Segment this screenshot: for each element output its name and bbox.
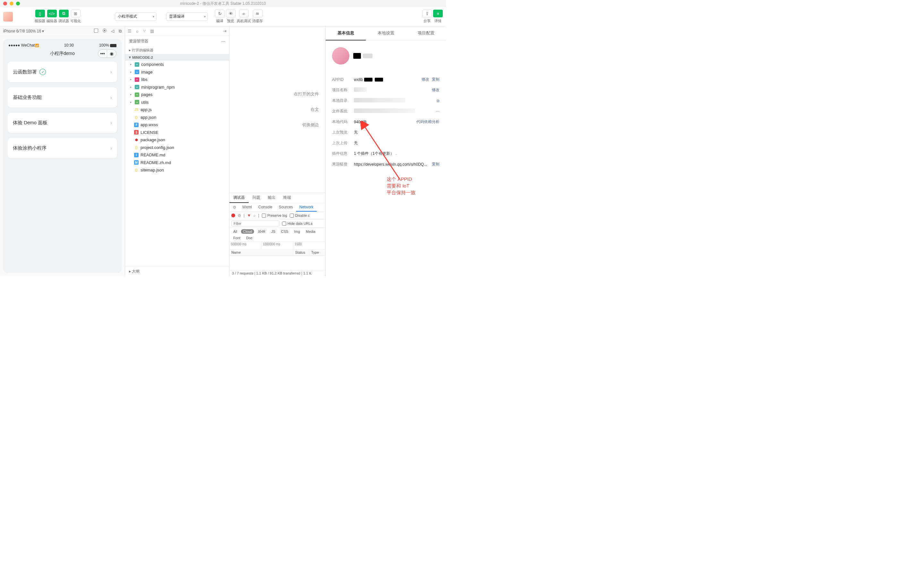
filter-input[interactable] — [231, 221, 279, 226]
appid-copy-link[interactable]: 复制 — [432, 77, 440, 82]
menu-card[interactable]: 云函数部署✓› — [8, 62, 117, 82]
devtools-tab[interactable]: 终端 — [279, 193, 295, 203]
capsule-more-icon[interactable]: ••• — [98, 50, 107, 57]
folder-item[interactable]: ▪utils — [125, 99, 229, 106]
mode-select[interactable]: 小程序模式 — [115, 12, 157, 21]
filter-type[interactable]: Media — [304, 229, 317, 234]
search-icon[interactable]: ⌕ — [136, 29, 139, 33]
extensions-icon[interactable]: ▥ — [150, 29, 154, 33]
col-type[interactable]: Type — [309, 250, 326, 255]
maximize-window[interactable] — [16, 2, 20, 6]
devtools-tab[interactable]: 调试器 — [230, 193, 249, 203]
filter-type[interactable]: Doc — [244, 236, 254, 240]
project-root[interactable]: ▾ MINICODE-2 — [125, 54, 229, 61]
devtools-subtab[interactable]: Console — [255, 203, 276, 212]
col-status[interactable]: Status — [293, 250, 309, 255]
clear-cache-button[interactable]: ≋ 清缓存 — [252, 10, 263, 23]
disable-cache-checkbox[interactable]: Disable c — [290, 214, 310, 218]
preserve-log-checkbox[interactable]: Preserve log — [262, 214, 287, 218]
simulator-button[interactable]: ▯ 模拟器 — [34, 10, 45, 23]
user-avatar[interactable] — [3, 12, 13, 21]
screenshot-icon[interactable] — [94, 29, 98, 33]
minimize-window[interactable] — [10, 2, 14, 6]
filter-type[interactable]: Img — [292, 229, 302, 234]
folder-item[interactable]: ▪libs — [125, 76, 229, 83]
devtools-subtab[interactable]: Wxml — [239, 203, 255, 212]
code-dep-link[interactable]: 代码依赖分析 — [417, 119, 440, 125]
file-item[interactable]: #app.wxss — [125, 121, 229, 129]
devtools-subtab[interactable]: Network — [296, 203, 316, 212]
hint-text: 在打开的文件 — [294, 91, 319, 97]
record-icon[interactable] — [103, 29, 106, 32]
filter-type[interactable]: Cloud — [241, 229, 254, 234]
share-button[interactable]: ⇪ 分享 — [422, 10, 432, 23]
popout-icon[interactable]: ⧉ — [119, 29, 122, 34]
editor-button[interactable]: </> 编辑器 — [46, 10, 57, 23]
filter-type[interactable]: All — [231, 229, 239, 234]
capsule-close-icon[interactable]: ◉ — [107, 50, 116, 57]
inspect-icon[interactable]: ⯐ — [231, 205, 238, 210]
folder-item[interactable]: ▪image — [125, 68, 229, 76]
record-network-icon[interactable] — [231, 214, 235, 217]
file-item[interactable]: {}app.json — [125, 114, 229, 121]
file-item[interactable]: {}project.config.json — [125, 144, 229, 152]
clear-icon[interactable]: ⊘ — [238, 213, 241, 218]
mute-icon[interactable]: ◁ — [111, 29, 114, 34]
explorer-more-icon[interactable]: ⋯ — [221, 39, 225, 44]
visualize-button[interactable]: ⊞ 可视化 — [70, 10, 81, 23]
folder-item[interactable]: ▪miniprogram_npm — [125, 83, 229, 91]
debugger-button[interactable]: ⧉ 调试器 — [58, 10, 69, 23]
plugin-value[interactable]: 1 个插件（1个有更新） ⌄ — [354, 151, 440, 156]
hint-text: 切换侧边 — [302, 122, 319, 128]
source-copy-link[interactable]: 复制 — [432, 161, 440, 167]
filter-type[interactable]: CSS — [279, 229, 290, 234]
open-editors-section[interactable]: ▸ 打开的编辑器 — [125, 47, 229, 54]
project-name-modify-link[interactable]: 修改 — [432, 87, 440, 93]
file-item[interactable]: §LICENSE — [125, 129, 229, 137]
hide-data-urls-checkbox[interactable]: Hide data URLs — [282, 221, 312, 226]
file-item[interactable]: iREADME.md — [125, 151, 229, 159]
file-item[interactable]: {}sitemap.json — [125, 166, 229, 174]
last-preview-value: 无 — [354, 130, 440, 135]
menu-card[interactable]: 体验涂鸦小程序› — [8, 138, 117, 158]
device-info[interactable]: iPhone 6/7/8 100% 16 ▾ — [3, 29, 44, 33]
details-tab[interactable]: 基本信息 — [326, 26, 366, 41]
search-icon[interactable]: ⌕ — [254, 213, 256, 218]
menu-icon: ≡ — [433, 10, 443, 17]
close-window[interactable] — [3, 2, 7, 6]
file-item[interactable]: ⬢package.json — [125, 136, 229, 144]
devtools-tab[interactable]: 输出 — [264, 193, 279, 203]
compile-select[interactable]: 普通编译 — [166, 12, 208, 21]
refresh-icon: ↻ — [215, 10, 225, 17]
file-item[interactable]: JSapp.js — [125, 106, 229, 114]
devtools-tab[interactable]: 问题 — [249, 193, 264, 203]
capsule-menu[interactable]: ••• ◉ — [98, 50, 117, 58]
details-tab[interactable]: 项目配置 — [406, 26, 446, 41]
collapse-icon[interactable]: ⇥ — [223, 29, 226, 33]
filter-icon[interactable]: ▼ — [247, 213, 251, 218]
branch-icon[interactable]: ⑂ — [143, 29, 146, 33]
simulator-panel: iPhone 6/7/8 100% 16 ▾ ◁ ⧉ ●●●●● WeChat📶… — [0, 26, 125, 276]
menu-card[interactable]: 体验 Demo 面板› — [8, 113, 117, 133]
folder-item[interactable]: ▪pages — [125, 91, 229, 99]
preview-button[interactable]: 👁 预览 — [226, 10, 236, 23]
col-name[interactable]: Name — [230, 250, 293, 255]
details-tab[interactable]: 本地设置 — [366, 26, 406, 41]
filter-type[interactable]: XHR — [256, 229, 267, 234]
details-button[interactable]: ≡ 详情 — [433, 10, 443, 23]
filter-type[interactable]: Font — [231, 236, 242, 240]
folder-item[interactable]: ▪components — [125, 61, 229, 68]
menu-card[interactable]: 基础业务功能› — [8, 87, 117, 108]
appid-modify-link[interactable]: 修改 — [422, 77, 429, 82]
list-icon[interactable]: ☰ — [128, 29, 132, 33]
outline-section[interactable]: ▸ 大纲 — [125, 266, 229, 276]
remote-debug-button[interactable]: ⟐ 真机调试 — [237, 10, 251, 23]
open-dir-icon[interactable]: ⧉ — [436, 99, 440, 103]
devtools-subtab[interactable]: Sources — [276, 203, 296, 212]
compile-button[interactable]: ↻ 编译 — [215, 10, 225, 23]
file-item[interactable]: MREADME.zh.md — [125, 159, 229, 167]
filter-type[interactable]: JS — [269, 229, 277, 234]
local-code-value: 940 KB — [354, 120, 414, 124]
appid-label: APPID — [332, 77, 351, 82]
more-icon[interactable]: ⋯ — [436, 109, 440, 114]
